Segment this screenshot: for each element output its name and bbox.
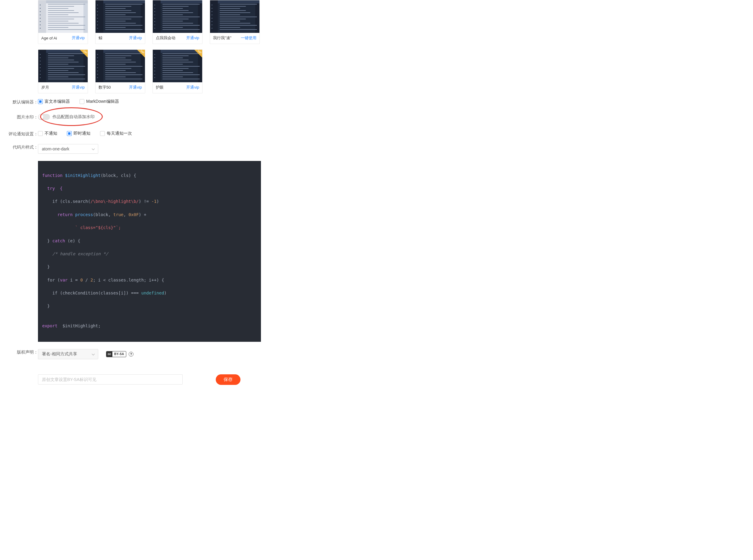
theme-card[interactable]: 数字50开通vip xyxy=(95,49,145,94)
theme-action-link[interactable]: 开通vip xyxy=(72,35,85,41)
theme-meta: 我行我"速"一键使用 xyxy=(210,33,260,44)
cc-badge: cc BY-SA xyxy=(106,351,126,357)
theme-card[interactable]: 护眼开通vip xyxy=(152,49,203,94)
watermark-hint: 作品配图自动添加水印 xyxy=(53,114,95,120)
editor-option-richtext[interactable]: 富文本编辑器 xyxy=(38,99,70,104)
theme-title: 护眼 xyxy=(156,85,164,90)
vip-badge xyxy=(137,50,145,58)
editor-option-label: MarkDown编辑器 xyxy=(86,99,119,104)
theme-title: 点我我会动 xyxy=(156,35,175,41)
theme-meta: 岁月开通vip xyxy=(38,82,88,93)
vip-badge xyxy=(195,50,202,58)
theme-meta: 鲸开通vip xyxy=(96,33,145,44)
notify-option-label: 不通知 xyxy=(45,131,57,136)
label-license: 版权声明： xyxy=(6,349,38,355)
theme-meta: 护眼开通vip xyxy=(153,82,202,93)
theme-grid-row-1: Age of Ai开通vip鲸开通vip点我我会动开通vip我行我"速"一键使用 xyxy=(38,0,386,44)
theme-grid-row-2: 岁月开通vip数字50开通vip护眼开通vip xyxy=(38,49,386,94)
label-watermark: 图片水印： xyxy=(6,114,38,120)
license-note-input[interactable] xyxy=(38,374,183,385)
theme-action-link[interactable]: 开通vip xyxy=(129,35,142,41)
license-select[interactable]: 署名-相同方式共享 xyxy=(38,349,98,359)
save-button[interactable]: 保存 xyxy=(216,374,241,385)
theme-action-link[interactable]: 开通vip xyxy=(186,35,199,41)
theme-thumbnail xyxy=(210,0,260,33)
notify-option-daily[interactable]: 每天通知一次 xyxy=(100,131,132,136)
radio-icon xyxy=(80,99,84,104)
theme-title: 鲸 xyxy=(99,35,102,41)
theme-meta: 点我我会动开通vip xyxy=(153,33,202,44)
theme-title: Age of Ai xyxy=(41,36,57,40)
theme-thumbnail xyxy=(153,0,202,33)
theme-title: 我行我"速" xyxy=(213,35,231,41)
radio-icon xyxy=(38,131,43,136)
editor-option-markdown[interactable]: MarkDown编辑器 xyxy=(80,99,119,104)
vip-badge xyxy=(80,50,88,58)
theme-thumbnail xyxy=(96,0,145,33)
radio-icon xyxy=(100,131,105,136)
theme-action-link[interactable]: 开通vip xyxy=(186,85,199,90)
theme-thumbnail xyxy=(38,0,88,33)
theme-card[interactable]: Age of Ai开通vip xyxy=(38,0,88,44)
theme-card[interactable]: 点我我会动开通vip xyxy=(152,0,203,44)
watermark-toggle[interactable] xyxy=(38,114,50,120)
label-comment-notify: 评论通知设置： xyxy=(6,131,38,137)
theme-card[interactable]: 我行我"速"一键使用 xyxy=(210,0,260,44)
notify-option-label: 即时通知 xyxy=(74,131,90,136)
license-value: 署名-相同方式共享 xyxy=(42,352,77,356)
label-default-editor: 默认编辑器： xyxy=(6,99,38,105)
theme-action-link[interactable]: 一键使用 xyxy=(241,35,257,41)
code-style-value: atom-one-dark xyxy=(42,146,69,151)
notify-option-none[interactable]: 不通知 xyxy=(38,131,57,136)
theme-title: 数字50 xyxy=(99,85,110,90)
code-style-select[interactable]: atom-one-dark xyxy=(38,144,98,154)
code-preview: function $initHighlight(block, cls) { tr… xyxy=(38,161,261,342)
radio-icon xyxy=(38,99,43,104)
theme-card[interactable]: 岁月开通vip xyxy=(38,49,88,94)
theme-action-link[interactable]: 开通vip xyxy=(72,85,85,90)
notify-option-instant[interactable]: 即时通知 xyxy=(67,131,90,136)
help-icon[interactable]: ? xyxy=(129,352,134,357)
theme-meta: Age of Ai开通vip xyxy=(38,33,88,44)
label-code-style: 代码片样式： xyxy=(6,144,38,150)
cc-badge-left: cc xyxy=(106,352,113,357)
notify-option-label: 每天通知一次 xyxy=(107,131,132,136)
theme-meta: 数字50开通vip xyxy=(96,82,145,93)
radio-icon xyxy=(67,131,72,136)
theme-action-link[interactable]: 开通vip xyxy=(129,85,142,90)
cc-badge-right: BY-SA xyxy=(113,352,126,356)
theme-title: 岁月 xyxy=(41,85,49,90)
theme-card[interactable]: 鲸开通vip xyxy=(95,0,145,44)
editor-option-label: 富文本编辑器 xyxy=(45,99,70,104)
